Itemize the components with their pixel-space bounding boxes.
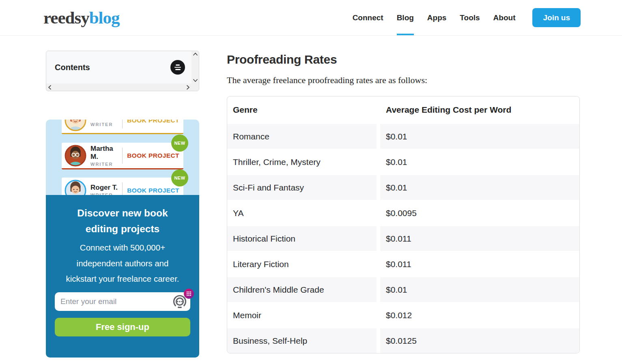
main-nav: ConnectBlogAppsToolsAbout xyxy=(353,0,516,35)
table-row: Children's Middle Grade$0.01 xyxy=(227,277,579,302)
nav-item-tools[interactable]: Tools xyxy=(460,0,480,35)
cost-cell: $0.01 xyxy=(380,124,579,149)
writer-card[interactable]: WRITER BOOK PROJECT xyxy=(62,120,183,134)
scroll-left-icon[interactable] xyxy=(48,85,51,90)
free-signup-button[interactable]: Free sign-up xyxy=(55,318,190,336)
genre-cell: Business, Self-Help xyxy=(227,328,377,353)
column-header-cost: Average Editing Cost per Word xyxy=(380,96,579,123)
page-content: Contents xyxy=(0,36,622,358)
genre-cell: Romance xyxy=(227,124,377,149)
page-title: Proofreading Rates xyxy=(227,53,580,66)
table-header-row: Genre Average Editing Cost per Word xyxy=(227,96,579,123)
table-body: Romance$0.01Thriller, Crime, Mystery$0.0… xyxy=(227,124,579,353)
new-badge: NEW xyxy=(171,169,188,186)
book-project-link[interactable]: BOOK PROJECT xyxy=(127,120,179,124)
table-row: Business, Self-Help$0.0125 xyxy=(227,328,579,353)
column-header-genre: Genre xyxy=(227,96,377,123)
genre-cell: Memoir xyxy=(227,303,377,328)
writer-avatar-icon xyxy=(65,120,86,131)
cost-cell: $0.01 xyxy=(380,277,579,302)
email-field-wrapper xyxy=(55,292,190,311)
nav-item-apps[interactable]: Apps xyxy=(427,0,447,35)
table-row: Literary Fiction$0.011 xyxy=(227,252,579,276)
card-divider xyxy=(122,148,123,164)
writer-name: Roger T. xyxy=(90,184,118,192)
cost-cell: $0.0125 xyxy=(380,328,579,353)
writer-role: WRITER xyxy=(90,122,118,127)
writer-role: WRITER xyxy=(90,162,118,167)
reedsy-blog-logo[interactable]: reedsyblog xyxy=(43,0,120,35)
cost-cell: $0.01 xyxy=(380,150,579,174)
marketplace-promo-widget: WRITER BOOK PROJECTNEW Martha M. WRITER … xyxy=(46,120,199,358)
table-row: Thriller, Crime, Mystery$0.01 xyxy=(227,150,579,174)
card-divider xyxy=(122,120,123,128)
genre-cell: Thriller, Crime, Mystery xyxy=(227,150,377,174)
scroll-up-icon[interactable] xyxy=(193,53,198,56)
rates-table: Genre Average Editing Cost per Word Roma… xyxy=(227,96,580,353)
new-badge: NEW xyxy=(171,135,188,152)
join-us-button[interactable]: Join us xyxy=(532,8,581,27)
cost-cell: $0.01 xyxy=(380,175,579,200)
writer-avatar-icon xyxy=(65,145,86,167)
book-project-link[interactable]: BOOK PROJECT xyxy=(127,152,179,159)
cost-cell: $0.011 xyxy=(380,226,579,251)
table-row: Sci-Fi and Fantasy$0.01 xyxy=(227,175,579,200)
cta-heading: Discover new book editing projects xyxy=(69,205,176,237)
sidebar: Contents xyxy=(46,51,199,358)
intro-paragraph: The average freelance proofreading rates… xyxy=(227,75,580,86)
scroll-down-icon[interactable] xyxy=(193,79,198,82)
table-row: YA$0.0095 xyxy=(227,201,579,225)
writer-card[interactable]: NEW Martha M. WRITER BOOK PROJECT xyxy=(62,143,183,169)
cta-body-text: Connect with 500,000+ independent author… xyxy=(61,240,184,287)
contents-menu-button[interactable] xyxy=(170,60,185,75)
writer-cards-carousel: WRITER BOOK PROJECTNEW Martha M. WRITER … xyxy=(46,120,199,195)
scroll-right-icon[interactable] xyxy=(187,85,189,90)
card-divider xyxy=(122,182,123,195)
contents-widget-body: Contents xyxy=(46,51,192,84)
nav-item-connect[interactable]: Connect xyxy=(353,0,383,35)
writer-card[interactable]: NEW Roger T. WRITER BOOK PROJECT xyxy=(62,178,183,195)
email-input[interactable] xyxy=(55,292,190,311)
nav-item-about[interactable]: About xyxy=(493,0,516,35)
genre-cell: Historical Fiction xyxy=(227,226,377,251)
nav-item-blog[interactable]: Blog xyxy=(397,0,414,35)
genre-cell: Sci-Fi and Fantasy xyxy=(227,175,377,200)
genre-cell: YA xyxy=(227,201,377,225)
book-project-link[interactable]: BOOK PROJECT xyxy=(127,187,179,194)
writer-avatar-icon xyxy=(65,180,86,195)
signup-cta-panel: Discover new book editing projects Conne… xyxy=(46,195,199,358)
logo-blog: blog xyxy=(89,8,120,28)
writer-name: Martha M. xyxy=(90,145,118,161)
writer-name xyxy=(90,120,118,121)
cost-cell: $0.0095 xyxy=(380,201,579,225)
logo-reedsy: reedsy xyxy=(43,8,89,28)
table-row: Historical Fiction$0.011 xyxy=(227,226,579,251)
vertical-scrollbar[interactable] xyxy=(192,51,199,84)
genre-cell: Literary Fiction xyxy=(227,252,377,276)
genre-cell: Children's Middle Grade xyxy=(227,277,377,302)
cost-cell: $0.012 xyxy=(380,303,579,328)
table-row: Romance$0.01 xyxy=(227,124,579,149)
reedsy-blog-page: reedsyblog ConnectBlogAppsToolsAbout Joi… xyxy=(0,0,622,364)
contents-widget: Contents xyxy=(46,51,199,91)
article-main: Proofreading Rates The average freelance… xyxy=(227,51,580,358)
contents-title: Contents xyxy=(55,63,90,72)
horizontal-scrollbar[interactable] xyxy=(46,84,192,91)
scrollbar-corner xyxy=(192,84,199,91)
site-header: reedsyblog ConnectBlogAppsToolsAbout Joi… xyxy=(0,0,622,36)
table-row: Memoir$0.012 xyxy=(227,303,579,328)
extension-badge-icon[interactable] xyxy=(184,289,194,299)
cost-cell: $0.011 xyxy=(380,252,579,276)
